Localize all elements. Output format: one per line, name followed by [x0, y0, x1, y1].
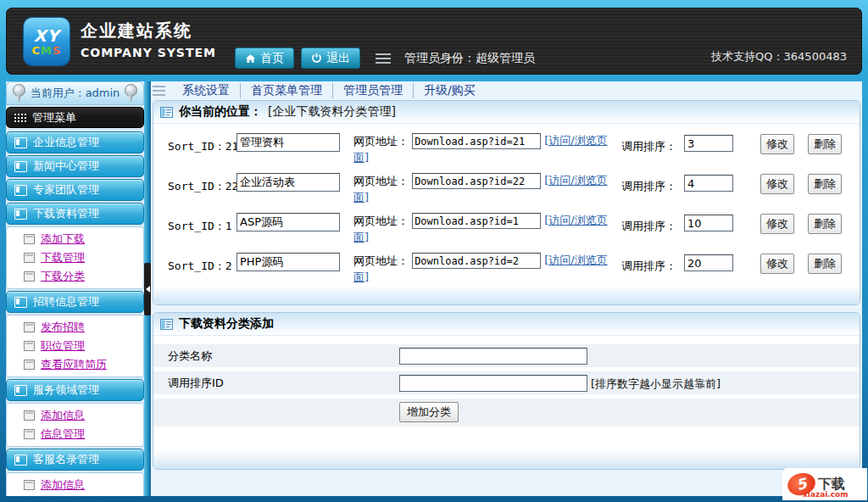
- logout-button[interactable]: 退出: [301, 47, 360, 69]
- table-row: Sort_ID：2 网页地址： [访问/浏览页面] 调用排序： 修改 删除: [153, 245, 860, 285]
- category-name-input[interactable]: [236, 173, 340, 192]
- table-row: Sort_ID：22 网页地址： [访问/浏览页面] 调用排序： 修改 删除: [153, 165, 860, 205]
- sidebar-section-company-info[interactable]: 企业信息管理: [6, 131, 144, 153]
- sidebar-item-download-category[interactable]: 下载分类: [7, 267, 143, 286]
- section-label: 新闻中心管理: [33, 159, 99, 174]
- window-icon: [14, 385, 27, 396]
- edit-button[interactable]: 修改: [760, 214, 794, 234]
- sidebar-section-expert-team[interactable]: 专家团队管理: [6, 179, 144, 201]
- order-label: 调用排序：: [621, 219, 676, 234]
- add-category-button[interactable]: 增加分类: [399, 402, 459, 422]
- sidebar-item-add-info-service[interactable]: 添加信息: [7, 406, 143, 425]
- new-order-id-input[interactable]: [399, 375, 587, 392]
- window-icon: [14, 209, 27, 220]
- window-icon: [14, 185, 27, 196]
- order-label: 调用排序：: [621, 179, 676, 194]
- add-category-panel: 下载资料分类添加 分类名称 调用排序ID [排序数字越小显示越靠前] 增加分类: [153, 312, 860, 470]
- new-category-name-input[interactable]: [399, 348, 587, 365]
- sidebar-link[interactable]: 信息管理: [41, 427, 85, 442]
- sidebar-section-download-material[interactable]: 下载资料管理: [6, 203, 144, 225]
- current-user-bar: 当前用户：admin: [6, 81, 144, 105]
- delete-button[interactable]: 删除: [808, 134, 842, 154]
- edit-button[interactable]: 修改: [760, 174, 794, 194]
- category-name-input[interactable]: [236, 253, 340, 271]
- category-name-input[interactable]: [236, 133, 340, 152]
- page-icon: [24, 410, 35, 421]
- order-input[interactable]: [684, 215, 733, 231]
- menu-title-bar: 管理菜单: [6, 107, 144, 128]
- sidebar-item-info-manage-directory[interactable]: 信息管理: [7, 494, 143, 496]
- header-bar: XY CMS 企业建站系统 COMPANY SYSTEM 首页 退出 管理员身份…: [6, 8, 862, 75]
- sidebar-submenu-directory: 添加信息 信息管理: [6, 472, 144, 496]
- nav-system-settings[interactable]: 系统设置: [172, 83, 240, 98]
- delete-button[interactable]: 删除: [808, 254, 842, 274]
- page-icon: [24, 322, 35, 332]
- sidebar-section-service-directory[interactable]: 客服名录管理: [6, 449, 144, 471]
- watermark-logo: 5 下载 xiazai.com: [782, 468, 867, 500]
- sidebar-link[interactable]: 职位管理: [41, 338, 85, 354]
- order-input[interactable]: [684, 175, 733, 192]
- list-lines-icon: [153, 86, 165, 96]
- table-row: Sort_ID：21 网页地址： [访问/浏览页面] 调用排序： 修改 删除: [153, 126, 860, 165]
- breadcrumb-value: [企业下载资料分类管理]: [268, 104, 396, 120]
- admin-identity-text: 管理员身份：超级管理员: [404, 51, 535, 66]
- sidebar-link[interactable]: 添加信息: [41, 408, 85, 423]
- home-button[interactable]: 首页: [235, 47, 294, 69]
- sort-id-label: Sort_ID：22: [168, 179, 238, 194]
- edit-button[interactable]: 修改: [760, 254, 794, 274]
- sidebar-item-add-download[interactable]: 添加下载: [7, 230, 143, 248]
- home-button-label: 首页: [260, 51, 284, 66]
- pin-icon: [125, 84, 137, 97]
- url-input[interactable]: [412, 253, 541, 269]
- sidebar-item-info-manage-service[interactable]: 信息管理: [7, 425, 143, 443]
- nav-upgrade-buy[interactable]: 升级/购买: [413, 83, 486, 98]
- order-input[interactable]: [684, 254, 733, 271]
- sidebar-collapse-handle[interactable]: [144, 263, 151, 315]
- url-label: 网页地址：: [353, 215, 409, 227]
- sidebar-link[interactable]: 下载管理: [41, 250, 85, 265]
- url-label: 网页地址：: [353, 254, 409, 267]
- category-name-input[interactable]: [236, 213, 340, 231]
- window-icon: [14, 137, 27, 148]
- page-icon: [24, 271, 35, 282]
- order-label: 调用排序：: [621, 139, 676, 154]
- sidebar-link[interactable]: 查看应聘简历: [41, 357, 107, 372]
- sidebar-section-recruit-info[interactable]: 招聘信息管理: [6, 291, 144, 313]
- main-area: 系统设置 首页菜单管理 管理员管理 升级/购买 你当前的位置：[企业下载资料分类…: [151, 81, 862, 496]
- nav-admin-manage[interactable]: 管理员管理: [332, 83, 413, 98]
- nav-home-menu-manage[interactable]: 首页菜单管理: [240, 83, 332, 98]
- sidebar-submenu-service: 添加信息 信息管理: [6, 403, 144, 447]
- sidebar-link[interactable]: 下载分类: [41, 269, 85, 284]
- delete-button[interactable]: 删除: [808, 214, 842, 234]
- sidebar-section-service-area[interactable]: 服务领域管理: [6, 379, 144, 401]
- home-icon: [245, 53, 256, 64]
- logo-xy-text: XY: [34, 27, 59, 44]
- sidebar-section-news-center[interactable]: 新闻中心管理: [6, 155, 144, 177]
- edit-button[interactable]: 修改: [760, 134, 794, 154]
- sidebar-item-view-resumes[interactable]: 查看应聘简历: [7, 355, 143, 374]
- sidebar-link[interactable]: 发布招聘: [41, 320, 85, 335]
- url-input[interactable]: [412, 133, 541, 149]
- panel-footer-gradient: [153, 286, 860, 304]
- section-label: 客服名录管理: [33, 452, 99, 467]
- sidebar-item-add-info-directory[interactable]: 添加信息: [7, 476, 143, 494]
- url-input[interactable]: [412, 213, 541, 229]
- sidebar-item-position-manage[interactable]: 职位管理: [7, 337, 143, 355]
- url-input[interactable]: [412, 173, 541, 189]
- sidebar-item-publish-recruit[interactable]: 发布招聘: [7, 318, 143, 337]
- category-name-label: 分类名称: [168, 349, 212, 364]
- section-label: 服务领域管理: [33, 382, 99, 398]
- delete-button[interactable]: 删除: [808, 174, 842, 194]
- logo-cms-text: CMS: [32, 44, 62, 57]
- panel-icon: [160, 107, 173, 118]
- logout-button-label: 退出: [326, 51, 350, 66]
- sidebar-link[interactable]: 添加下载: [41, 231, 85, 247]
- url-cell: 网页地址： [访问/浏览页面]: [353, 132, 620, 165]
- order-input[interactable]: [684, 135, 733, 152]
- current-user-text: 当前用户：admin: [31, 86, 120, 101]
- url-label: 网页地址：: [353, 175, 409, 187]
- sidebar-link[interactable]: 添加信息: [41, 477, 85, 493]
- sidebar-item-download-manage[interactable]: 下载管理: [7, 248, 143, 267]
- category-list-panel: 你当前的位置：[企业下载资料分类管理] Sort_ID：21 网页地址： [访问…: [153, 100, 860, 305]
- sidebar-submenu-download: 添加下载 下载管理 下载分类: [6, 226, 144, 289]
